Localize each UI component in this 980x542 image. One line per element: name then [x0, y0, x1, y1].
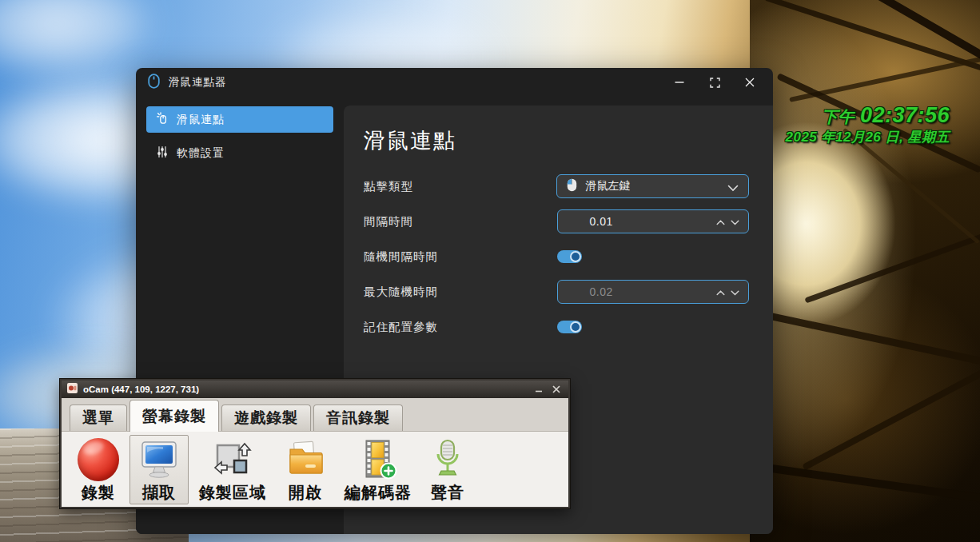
tool-label: 編解碼器 [345, 483, 412, 502]
tab-label: 遊戲錄製 [234, 408, 298, 428]
minimize-button[interactable] [667, 72, 691, 93]
clock-date: 2025 年12月26 日, 星期五 [785, 129, 950, 146]
field-row-remember-config: 記住配置參數 [364, 315, 749, 339]
field-row-random-interval: 隨機間隔時間 [364, 245, 749, 269]
toggle-knob [570, 251, 581, 262]
field-label: 間隔時間 [364, 214, 557, 229]
record-button[interactable]: 錄製 [70, 435, 127, 504]
clock-meridiem: 下午 [822, 108, 855, 126]
spinner-up-button[interactable] [716, 285, 725, 298]
capture-monitor-icon [137, 437, 181, 481]
resize-region-icon [211, 437, 254, 481]
chevron-down-icon [727, 181, 739, 194]
ocam-close-button[interactable] [550, 384, 563, 395]
ocam-window-title: oCam (447, 109, 1227, 731) [83, 385, 528, 394]
toggle-knob [570, 321, 581, 333]
tab-label: 螢幕錄製 [142, 406, 206, 427]
tool-label: 錄製區域 [199, 483, 266, 502]
interval-spinner[interactable]: 0.01 [557, 209, 750, 233]
max-random-spinner[interactable]: 0.02 [557, 280, 750, 304]
ocam-toolbar: 錄製 擷取 [62, 431, 568, 507]
page-title: 滑鼠連點 [364, 126, 749, 155]
spinner-down-button[interactable] [731, 215, 739, 228]
tool-label: 聲音 [431, 483, 464, 502]
mouse-click-icon [156, 112, 169, 127]
clock-time-value: 02:37:56 [860, 103, 950, 127]
random-interval-toggle[interactable] [557, 250, 582, 263]
capture-button[interactable]: 擷取 [129, 435, 189, 504]
sliders-icon [156, 145, 169, 161]
tab-menu[interactable]: 選單 [70, 405, 127, 431]
spinner-up-button[interactable] [716, 215, 725, 228]
ocam-title-bar[interactable]: oCam (447, 109, 1227, 731) [62, 381, 568, 398]
open-folder-icon [285, 437, 326, 481]
field-label: 最大隨機時間 [364, 285, 557, 300]
codec-film-icon [357, 437, 400, 481]
remember-config-toggle[interactable] [557, 321, 582, 333]
tool-label: 錄製 [82, 483, 115, 502]
ocam-tab-bar: 選單 螢幕錄製 遊戲錄製 音訊錄製 [62, 398, 568, 431]
field-label: 隨機間隔時間 [364, 249, 557, 265]
codec-button[interactable]: 編解碼器 [337, 435, 420, 504]
clock-time: 下午02:37:56 [785, 103, 950, 129]
recording-region-button[interactable]: 錄製區域 [191, 435, 274, 504]
close-button[interactable] [738, 72, 762, 93]
window-title: 滑鼠連點器 [169, 75, 227, 90]
sidebar-item-label: 軟體設置 [177, 146, 225, 161]
tab-game-recording[interactable]: 遊戲錄製 [221, 405, 311, 431]
field-row-interval: 間隔時間 0.01 [364, 209, 749, 233]
mouse-outline-icon [148, 74, 160, 92]
field-row-click-type: 點擊類型 滑鼠左鍵 [364, 174, 749, 198]
field-label: 點擊類型 [364, 179, 556, 194]
tab-label: 選單 [82, 408, 114, 428]
sidebar-item-mouse-clicker[interactable]: 滑鼠連點 [146, 106, 333, 133]
field-label: 記住配置參數 [364, 320, 557, 335]
sidebar-item-label: 滑鼠連點 [177, 113, 225, 127]
mouse-left-button-icon [567, 178, 577, 194]
sidebar-item-software-settings[interactable]: 軟體設置 [146, 140, 333, 166]
tool-label: 擷取 [142, 483, 176, 502]
tab-screen-recording[interactable]: 螢幕錄製 [129, 400, 219, 432]
dropdown-value: 滑鼠左鍵 [585, 179, 630, 193]
tab-audio-recording[interactable]: 音訊錄製 [313, 405, 403, 431]
ocam-app-icon [67, 382, 78, 397]
sound-button[interactable]: 聲音 [422, 435, 473, 504]
maximize-button[interactable] [703, 72, 727, 93]
sound-mic-icon [430, 437, 465, 481]
spinner-value: 0.01 [590, 215, 613, 228]
desktop-clock-widget: 下午02:37:56 2025 年12月26 日, 星期五 [785, 103, 950, 146]
record-icon [78, 437, 119, 481]
tool-label: 開啟 [289, 483, 322, 502]
spinner-down-button[interactable] [731, 285, 739, 298]
tab-label: 音訊錄製 [326, 408, 390, 428]
ocam-window: oCam (447, 109, 1227, 731) 選單 螢幕錄製 遊戲錄製 … [60, 379, 570, 508]
title-bar[interactable]: 滑鼠連點器 [136, 68, 773, 97]
spinner-value: 0.02 [590, 285, 613, 298]
ocam-minimize-button[interactable] [532, 384, 545, 395]
open-button[interactable]: 開啟 [277, 435, 334, 504]
field-row-max-random: 最大隨機時間 0.02 [364, 280, 749, 304]
click-type-dropdown[interactable]: 滑鼠左鍵 [556, 174, 749, 198]
